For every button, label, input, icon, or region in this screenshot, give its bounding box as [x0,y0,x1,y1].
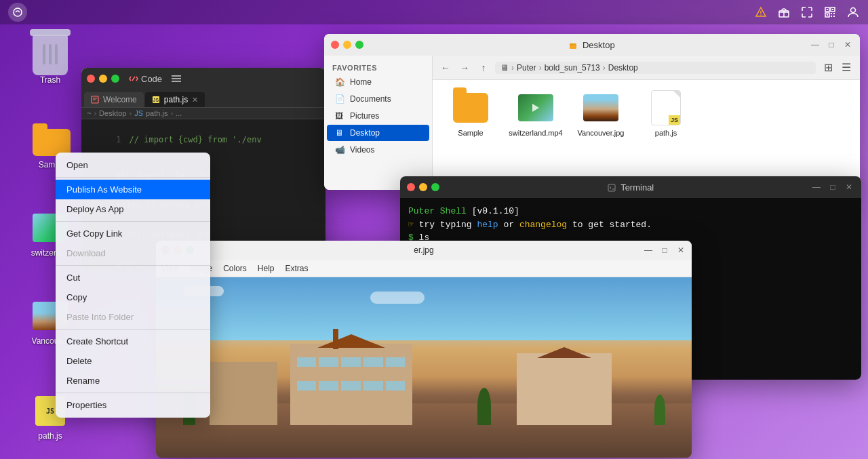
minimize-button[interactable] [99,75,107,83]
menu-item-deploy-app[interactable]: Deploy As App [56,199,210,219]
list-view-button[interactable]: ☰ [838,60,854,76]
file-item-sample[interactable]: Sample [443,91,498,137]
svg-rect-10 [832,9,833,10]
hamburger-menu[interactable] [172,75,181,82]
documents-icon: 📄 [335,94,344,104]
chimney [333,329,338,349]
close-icon[interactable]: ✕ [842,39,853,50]
maximize-icon[interactable]: □ [826,39,837,50]
taskbar [0,0,868,24]
tab-welcome[interactable]: Welcome [84,92,144,107]
image-menubar: View Image Colors Help Extras [156,260,692,277]
term-max-btn[interactable] [431,183,439,191]
maximize-button[interactable] [111,75,119,83]
desktop-sidebar-label: Desktop [350,128,380,138]
term-hint2: or [504,220,519,230]
fullscreen-icon[interactable] [800,5,814,19]
term-prompt-arrow: ☞ [408,220,419,230]
svg-rect-22 [608,184,615,191]
svg-rect-15 [833,16,835,17]
sky [156,277,692,340]
image-body [156,277,692,458]
menu-item-get-link[interactable]: Get Copy Link [56,224,210,243]
menu-item-properties[interactable]: Properties [56,395,210,415]
close-button[interactable] [87,75,95,83]
breadcrumb-arrow3: › [603,63,606,73]
img-max-icon[interactable]: □ [659,245,670,256]
menu-item-download[interactable]: Download [56,243,210,263]
menu-item-copy[interactable]: Copy [56,287,210,307]
menu-item-rename[interactable]: Rename [56,371,210,391]
desktop-icon-trash[interactable]: Trash [23,37,77,85]
sidebar-desktop[interactable]: 🖥 Desktop [327,125,429,141]
code-breadcrumb: ~ › Desktop › JS path.js › ... [81,108,326,119]
term-min-icon[interactable]: — [811,182,822,193]
gift-icon[interactable] [777,5,791,19]
shell-name: Puter Shell [408,206,472,216]
folder-thumb [453,93,488,123]
term-close-icon[interactable]: ✕ [844,182,854,193]
file-item-vancouver[interactable]: Vancouver.jpg [574,91,628,137]
files-grid: Sample switzerland.mp4 Vanco [433,80,860,148]
file-browser-window: Desktop — □ ✕ Favorites 🏠 Home 📄 Documen… [324,34,860,190]
tree2 [477,388,491,425]
js-badge: JS [669,115,680,125]
breadcrumb-arrow2: › [539,63,542,73]
term-close-btn[interactable] [407,183,415,191]
svg-point-16 [851,8,856,13]
user-icon[interactable] [846,5,860,19]
minimize-icon[interactable]: — [810,39,821,50]
menu-help[interactable]: Help [258,264,275,273]
menu-extras[interactable]: Extras [285,264,309,273]
trash-lines [43,44,58,64]
img-min-icon[interactable]: — [643,245,654,256]
taskbar-right [754,5,860,19]
breadcrumb-user[interactable]: bold_sun_5713 [545,63,600,73]
grid-view-button[interactable]: ⊞ [820,60,836,76]
forward-button[interactable]: → [457,60,472,75]
tab-close-icon[interactable]: ✕ [192,96,198,104]
documents-label: Documents [350,94,391,104]
qr-icon[interactable] [823,5,837,19]
menu-item-paste-into-folder[interactable]: Paste Into Folder [56,307,210,327]
menu-colors[interactable]: Colors [223,264,247,273]
back-button[interactable]: ← [438,60,453,75]
term-min-btn[interactable] [419,183,427,191]
tab-pathjs[interactable]: JS path.js ✕ [145,92,205,107]
svg-point-0 [14,8,22,16]
fb-min-btn[interactable] [343,41,351,49]
menu-item-cut[interactable]: Cut [56,268,210,287]
menu-item-open[interactable]: Open [56,155,210,175]
warning-icon[interactable] [754,5,768,19]
breadcrumb-desktop[interactable]: Desktop [608,63,638,73]
videos-icon: 📹 [335,145,344,155]
sidebar-documents[interactable]: 📄 Documents [327,91,429,107]
fb-close-btn[interactable] [331,41,339,49]
sidebar-panel: Favorites 🏠 Home 📄 Documents 🖼 Pictures … [324,56,433,190]
menu-separator-4 [56,329,210,330]
file-item-switzerland[interactable]: switzerland.mp4 [509,91,563,137]
svg-rect-11 [827,14,828,16]
sidebar-pictures[interactable]: 🖼 Pictures [327,108,429,124]
menu-item-delete[interactable]: Delete [56,351,210,371]
svg-text:JS: JS [153,98,159,102]
window-controls: — □ ✕ [810,39,853,50]
img-close-icon[interactable]: ✕ [675,245,686,256]
terminal-titlebar: Terminal — □ ✕ [400,176,861,198]
trash-lid [30,29,71,36]
sidebar-home[interactable]: 🏠 Home [327,74,429,90]
breadcrumb-puter-label[interactable]: Puter [517,63,536,73]
path-breadcrumb: 🖥 › Puter › bold_sun_5713 › Desktop [495,62,816,74]
fb-max-btn[interactable] [355,41,363,49]
puter-logo[interactable] [8,3,27,22]
image-title: er.jpg [156,245,692,255]
file-item-pathjs[interactable]: JS path.js [639,91,693,137]
menu-separator-3 [56,265,210,266]
switzerland-file-label: switzerland.mp4 [509,129,562,137]
sidebar-videos[interactable]: 📹 Videos [327,142,429,158]
menu-item-publish-website[interactable]: Publish As Website [56,180,210,199]
up-button[interactable]: ↑ [476,60,491,75]
right-building [517,353,612,425]
term-max-icon[interactable]: □ [827,182,838,193]
menu-item-create-shortcut[interactable]: Create Shortcut [56,332,210,351]
